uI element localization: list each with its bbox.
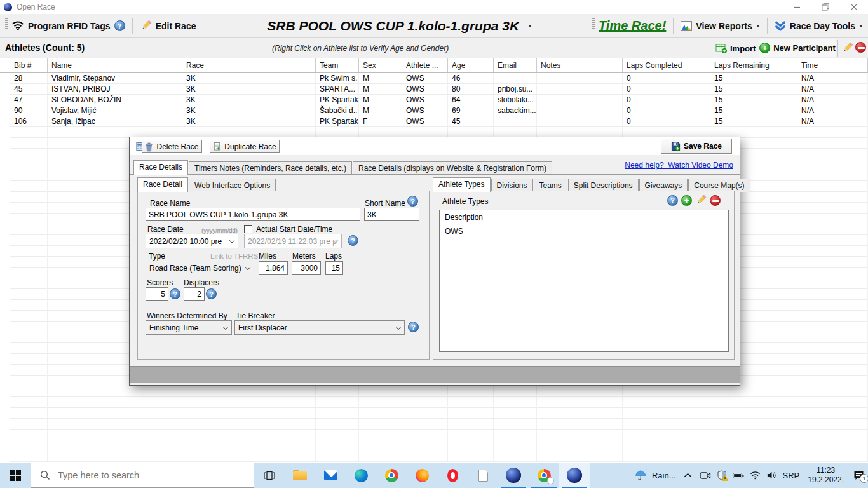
column-header-10[interactable]: Laps Completed <box>623 58 710 72</box>
actual-start-checkbox[interactable] <box>244 225 252 233</box>
column-header-11[interactable]: Laps Remaining <box>710 58 797 72</box>
table-row[interactable]: 45ISTVAN, PRIBOJ3KSPARTA...MOWS80priboj.… <box>0 84 868 95</box>
type-combo[interactable]: Road Race (Team Scoring) <box>146 261 254 275</box>
minimize-button[interactable] <box>782 0 811 14</box>
battery-icon[interactable] <box>733 472 744 479</box>
table-row[interactable]: 106Sanja, Ižipac3KPK SpartakFOWS45015N/A <box>0 116 868 127</box>
start-button[interactable] <box>0 463 31 488</box>
race-date-combo[interactable]: 2022/02/20 10:00 pre <box>146 234 238 248</box>
table-row[interactable]: 90Vojislav, Mijić3KŠabački d...MOWS69sab… <box>0 105 868 116</box>
race-day-tools-caret-icon[interactable] <box>859 25 863 27</box>
new-participant-button[interactable]: + New Participant <box>759 39 836 57</box>
race-timer-app-active-icon[interactable] <box>559 463 590 488</box>
delete-icon[interactable] <box>710 195 721 206</box>
time-race-button[interactable]: Time Race! <box>599 18 666 33</box>
tab-timers-notes[interactable]: Timers Notes (Reminders, Race details, e… <box>189 161 352 175</box>
table-cell <box>48 397 182 408</box>
race-day-tools-button[interactable]: Race Day Tools <box>790 21 855 31</box>
help-video-link[interactable]: Need help? Watch Video Demo <box>625 161 733 170</box>
tab-course-maps[interactable]: Course Map(s) <box>688 179 750 192</box>
meters-input[interactable] <box>292 261 321 274</box>
remove-athlete-icon[interactable] <box>855 42 866 53</box>
table-cell: OWS <box>402 73 448 84</box>
column-header-3[interactable]: Race <box>182 58 316 72</box>
task-view-button[interactable] <box>254 463 285 488</box>
chrome-profile-icon[interactable] <box>529 463 559 488</box>
opera-icon[interactable] <box>437 463 468 488</box>
athlete-types-list[interactable]: Description OWS <box>439 210 729 352</box>
race-timer-app-icon[interactable] <box>498 463 529 488</box>
laps-input[interactable] <box>325 261 343 274</box>
column-header-2[interactable]: Name <box>48 58 182 72</box>
winners-combo[interactable]: Finishing Time <box>146 320 232 335</box>
tab-divisions[interactable]: Divisions <box>491 179 533 192</box>
firefox-icon[interactable] <box>407 463 437 488</box>
help-icon[interactable]: ? <box>408 322 419 332</box>
help-icon[interactable]: ? <box>407 196 418 207</box>
import-button[interactable]: Import <box>713 40 758 57</box>
tab-race-detail[interactable]: Race Detail <box>137 177 188 192</box>
view-reports-caret-icon[interactable] <box>756 25 760 27</box>
taskbar-search[interactable] <box>31 463 254 488</box>
column-header-6[interactable]: Athlete ... <box>402 58 448 72</box>
chrome-icon[interactable] <box>376 463 407 488</box>
view-reports-button[interactable]: View Reports <box>696 21 752 31</box>
column-header-7[interactable]: Age <box>448 58 494 72</box>
column-header-4[interactable]: Team <box>316 58 359 72</box>
table-row[interactable]: 47SLOBODAN, BOŽIN3KPK SpartakMOWS64slobo… <box>0 95 868 105</box>
column-header-8[interactable]: Email <box>494 58 537 72</box>
tab-giveaways[interactable]: Giveaways <box>639 179 688 192</box>
wifi-tray-icon[interactable] <box>750 471 761 480</box>
race-selector[interactable]: SRB POOL OWS CUP 1.kolo-1.grupa 3K <box>267 18 519 34</box>
athlete-type-item[interactable]: OWS <box>440 224 728 238</box>
tab-athlete-types[interactable]: Athlete Types <box>433 177 491 192</box>
help-icon[interactable]: ? <box>348 235 358 246</box>
help-icon[interactable]: ? <box>170 288 180 299</box>
program-rfid-tags-button[interactable]: Program RFID Tags <box>28 21 111 31</box>
tie-breaker-combo[interactable]: First Displacer <box>234 320 405 335</box>
help-icon[interactable]: ? <box>206 288 217 299</box>
short-name-input[interactable] <box>364 208 419 221</box>
help-icon[interactable]: ? <box>667 195 678 206</box>
race-selector-caret-icon[interactable] <box>528 25 532 27</box>
file-explorer-icon[interactable] <box>285 463 315 488</box>
search-input[interactable] <box>58 470 210 480</box>
column-header-1[interactable]: Bib # <box>10 58 48 72</box>
umbrella-weather-icon[interactable] <box>635 470 646 481</box>
notepad-icon[interactable] <box>468 463 498 488</box>
displacers-input[interactable] <box>184 287 205 301</box>
edit-pencil-icon[interactable] <box>695 194 707 206</box>
tab-race-details-website[interactable]: Race Details (displays on Website & Regi… <box>353 161 552 175</box>
column-header-5[interactable]: Sex <box>359 58 402 72</box>
notification-center-icon[interactable]: 1 <box>853 471 864 480</box>
delete-race-button[interactable]: Delete Race <box>142 140 202 153</box>
help-icon[interactable]: ? <box>114 20 125 31</box>
tab-split-descriptions[interactable]: Split Descriptions <box>568 179 639 192</box>
tray-expand-chevron-icon[interactable] <box>684 473 692 478</box>
scorers-input[interactable] <box>146 287 168 301</box>
race-name-input[interactable] <box>146 208 360 221</box>
column-header-9[interactable]: Notes <box>537 58 623 72</box>
tab-teams[interactable]: Teams <box>534 179 567 192</box>
save-race-button[interactable]: Save Race <box>661 139 732 154</box>
edit-athlete-pencil-icon[interactable] <box>841 42 853 54</box>
taskbar-clock[interactable]: 11:2319.2.2022. <box>808 466 844 485</box>
tfrrs-link[interactable]: Link to TFRRS <box>210 252 258 260</box>
language-indicator[interactable]: SRP <box>783 471 800 480</box>
mail-icon[interactable] <box>315 463 346 488</box>
edit-race-button[interactable]: Edit Race <box>156 21 196 31</box>
volume-icon[interactable] <box>766 471 777 480</box>
restore-button[interactable] <box>811 0 839 14</box>
meet-now-icon[interactable] <box>700 471 711 480</box>
close-button[interactable] <box>839 0 868 14</box>
table-row[interactable]: 28Vladimir, Stepanov3KPk Swim s...MOWS46… <box>0 73 868 84</box>
duplicate-race-button[interactable]: Duplicate Race <box>210 140 280 153</box>
weather-label[interactable]: Rain... <box>652 471 676 480</box>
edge-icon[interactable] <box>346 463 376 488</box>
tab-web-interface-options[interactable]: Web Interface Options <box>189 179 276 192</box>
add-icon[interactable]: + <box>681 195 692 206</box>
tab-race-details[interactable]: Race Details <box>133 160 188 175</box>
column-header-12[interactable]: Time <box>797 58 868 72</box>
security-shield-icon[interactable] <box>717 470 727 480</box>
miles-input[interactable] <box>259 261 288 274</box>
